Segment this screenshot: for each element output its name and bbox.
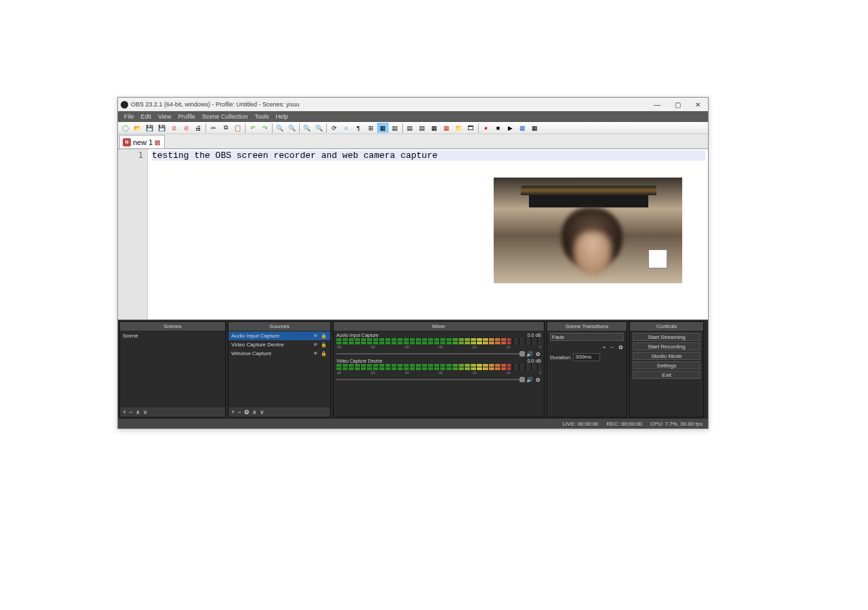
- meter-ticks: -60-50-40-30-20-100: [336, 345, 541, 349]
- replace-icon[interactable]: 🔍: [286, 123, 298, 133]
- tab-close-icon[interactable]: ⊠: [155, 139, 161, 146]
- menu-file[interactable]: File: [121, 113, 138, 120]
- doc-map-icon[interactable]: ▤: [389, 123, 401, 133]
- source-item-video[interactable]: Video Capture Device👁 🔒: [229, 340, 330, 349]
- tab-new1[interactable]: N new 1 ⊠: [119, 135, 165, 148]
- settings-button[interactable]: Settings: [633, 361, 701, 369]
- tab-label: new 1: [133, 138, 153, 146]
- stop-record-icon[interactable]: ■: [492, 123, 504, 133]
- record-icon[interactable]: ●: [480, 123, 492, 133]
- code-line-1: testing the OBS screen recorder and web …: [152, 150, 705, 161]
- save-all-icon[interactable]: 💾: [156, 123, 167, 133]
- visibility-icon[interactable]: 👁 🔒: [313, 351, 328, 357]
- tabbar: N new 1 ⊠: [118, 134, 708, 149]
- ws-icon[interactable]: ▦: [429, 123, 440, 133]
- menu-view[interactable]: View: [155, 113, 174, 120]
- mixer-dock: Mixer Audio Input Capture0.0 dB -60-50-4…: [333, 321, 545, 418]
- titlebar[interactable]: OBS 23.2.1 (64-bit, windows) - Profile: …: [118, 98, 708, 111]
- source-item-window[interactable]: Window Capture👁 🔒: [229, 349, 330, 358]
- wrap-icon[interactable]: ≡: [340, 123, 352, 133]
- close-button[interactable]: ✕: [693, 100, 703, 109]
- sources-header[interactable]: Sources: [229, 322, 330, 331]
- scene-item[interactable]: Scene: [120, 331, 225, 340]
- sources-dock: Sources Audio Input Capture👁 🔒 Video Cap…: [228, 321, 331, 418]
- transitions-header[interactable]: Scene Transitions: [547, 322, 627, 331]
- volume-slider[interactable]: [336, 353, 525, 354]
- folder-icon[interactable]: 📁: [453, 123, 465, 133]
- menu-help[interactable]: Help: [272, 113, 292, 120]
- speaker-icon[interactable]: 🔊: [526, 376, 533, 383]
- zoom-out-icon[interactable]: 🔍: [313, 123, 325, 133]
- play-icon[interactable]: ▶: [505, 123, 516, 133]
- unfold-icon[interactable]: ▤: [416, 123, 428, 133]
- gear-icon[interactable]: ✿: [534, 376, 541, 383]
- menu-tools[interactable]: Tools: [251, 113, 272, 120]
- open-file-icon[interactable]: 📂: [132, 123, 143, 133]
- visibility-icon[interactable]: 👁 🔒: [313, 333, 328, 339]
- fold-icon[interactable]: ▤: [404, 123, 416, 133]
- code-area[interactable]: testing the OBS screen recorder and web …: [148, 149, 708, 319]
- controls-header[interactable]: Controls: [630, 322, 703, 331]
- add-source-button[interactable]: +: [231, 409, 235, 415]
- meter-ticks: -60-50-40-30-20-100: [336, 371, 541, 375]
- volume-slider[interactable]: [336, 379, 525, 380]
- maximize-button[interactable]: ▢: [673, 100, 682, 109]
- visibility-icon[interactable]: 👁 🔒: [313, 342, 328, 348]
- add-transition-button[interactable]: +: [601, 344, 608, 350]
- remove-scene-button[interactable]: −: [129, 409, 132, 415]
- scene-down-button[interactable]: ∨: [143, 409, 148, 415]
- close-all-icon[interactable]: ⊘: [180, 123, 192, 133]
- remove-source-button[interactable]: −: [237, 409, 241, 415]
- line-number: 1: [118, 150, 143, 160]
- exit-button[interactable]: Exit: [633, 371, 701, 379]
- monitor-icon[interactable]: 🗔: [465, 123, 477, 133]
- transitions-dock: Scene Transitions Fade + − ✿ Duration 30…: [547, 321, 627, 418]
- redo-icon[interactable]: ↷: [259, 123, 271, 133]
- menu-profile[interactable]: Profile: [174, 113, 199, 120]
- undo-icon[interactable]: ↶: [247, 123, 258, 133]
- duration-input[interactable]: 300ms: [573, 353, 600, 361]
- menu-edit[interactable]: Edit: [138, 113, 155, 120]
- wall-switch: [648, 249, 667, 268]
- speaker-icon[interactable]: 🔊: [526, 350, 533, 357]
- duration-label: Duration: [550, 354, 570, 361]
- scene-up-button[interactable]: ∧: [136, 409, 140, 415]
- mixer-ch-level: 0.0 dB: [528, 333, 541, 338]
- source-item-audio[interactable]: Audio Input Capture👁 🔒: [229, 331, 330, 340]
- transition-select[interactable]: Fade: [550, 333, 624, 341]
- save-icon[interactable]: 💾: [144, 123, 155, 133]
- cut-icon[interactable]: ✂: [208, 123, 219, 133]
- sync-icon[interactable]: ⟳: [328, 123, 340, 133]
- obs-window: OBS 23.2.1 (64-bit, windows) - Profile: …: [117, 97, 709, 429]
- mixer-header[interactable]: Mixer: [334, 322, 544, 331]
- start-recording-button[interactable]: Start Recording: [633, 342, 701, 350]
- editor-area: 1 testing the OBS screen recorder and we…: [118, 149, 708, 320]
- indent-guide-icon[interactable]: ⊞: [365, 123, 376, 133]
- add-scene-button[interactable]: +: [123, 409, 126, 415]
- print-icon[interactable]: 🖨: [193, 123, 204, 133]
- copy-icon[interactable]: ⧉: [220, 123, 231, 133]
- transition-props-button[interactable]: ✿: [617, 344, 624, 350]
- scenes-header[interactable]: Scenes: [120, 322, 225, 331]
- remove-transition-button[interactable]: −: [609, 344, 616, 350]
- scenes-footer: + − ∧ ∨: [120, 407, 225, 417]
- audio-meter-2: [336, 342, 541, 344]
- paste-icon[interactable]: 📋: [232, 123, 243, 133]
- menu-scene-collection[interactable]: Scene Collection: [199, 113, 252, 120]
- studio-mode-button[interactable]: Studio Mode: [633, 352, 701, 360]
- func-list-icon[interactable]: ▦: [441, 123, 452, 133]
- start-streaming-button[interactable]: Start Streaming: [633, 333, 701, 341]
- find-icon[interactable]: 🔍: [274, 123, 285, 133]
- hidden-chars-icon[interactable]: ¶: [353, 123, 364, 133]
- source-down-button[interactable]: ∨: [260, 409, 264, 415]
- gear-icon[interactable]: ✿: [534, 350, 541, 357]
- plugin-icon[interactable]: ▦: [517, 123, 528, 133]
- source-up-button[interactable]: ∧: [252, 409, 257, 415]
- close-file-icon[interactable]: ⊘: [168, 123, 180, 133]
- source-props-button[interactable]: ✿: [244, 409, 250, 415]
- zoom-in-icon[interactable]: 🔍: [301, 123, 313, 133]
- minimize-button[interactable]: —: [652, 100, 662, 109]
- doc-switch-icon[interactable]: ▦: [529, 123, 540, 133]
- lang-icon[interactable]: ▦: [377, 123, 389, 133]
- new-file-icon[interactable]: ◯: [119, 123, 131, 133]
